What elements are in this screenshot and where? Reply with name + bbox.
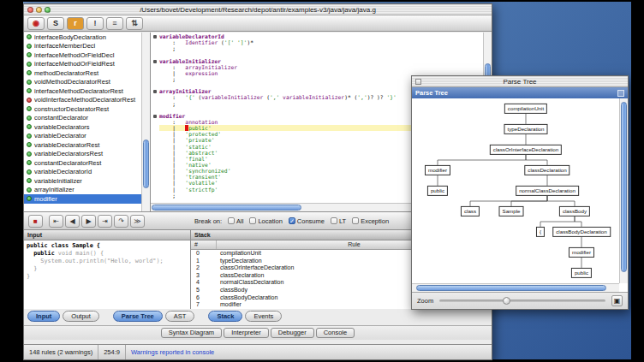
- code-text: : arrayInitializer: [159, 64, 483, 70]
- rule-ok-icon: [27, 34, 32, 39]
- window-controls: [27, 7, 51, 13]
- mode-tab-console[interactable]: Console: [316, 328, 355, 338]
- rule-list-item[interactable]: arrayInitializer: [24, 186, 141, 195]
- view-tab-ast[interactable]: AST: [165, 311, 195, 322]
- go-to-start-button[interactable]: ⇤: [49, 215, 63, 228]
- gutter-cell: [151, 180, 159, 186]
- scrollbar-thumb[interactable]: [416, 285, 607, 291]
- step-backward-button[interactable]: ◀: [65, 215, 80, 228]
- parse-tree-node[interactable]: public: [427, 186, 448, 196]
- code-token: modifier: [159, 113, 185, 119]
- rule-list-item[interactable]: constantDeclaratorRest: [24, 158, 141, 168]
- rule-list-item[interactable]: variableDeclaratorsRest: [24, 150, 141, 159]
- rule-list-item[interactable]: variableDeclaratorId: [24, 168, 141, 177]
- rule-list-item[interactable]: voidMethodDeclaratorRest: [24, 78, 141, 87]
- rule-list-item[interactable]: interfaceMemberDecl: [24, 42, 141, 51]
- minimize-button[interactable]: [36, 7, 42, 13]
- view-tab-input[interactable]: Input: [27, 311, 60, 322]
- parse-tree-node[interactable]: modifier: [425, 165, 450, 175]
- parse-tree-title-bar[interactable]: Parse Tree: [412, 76, 628, 87]
- parse-tree-node[interactable]: {: [536, 227, 545, 237]
- parse-tree-canvas[interactable]: compilationUnittypeDeclarationclassOrInt…: [412, 98, 619, 283]
- stack-index: 3: [191, 272, 217, 280]
- zoom-button[interactable]: [45, 7, 51, 13]
- main-title-bar[interactable]: /Users/bovet/Development/Research/depot/…: [24, 4, 492, 15]
- parse-tree-node[interactable]: compilationUnit: [504, 104, 547, 114]
- rule-list-item[interactable]: interfaceMethodDeclaratorRest: [24, 86, 141, 96]
- sort-rules-icon[interactable]: ⇅: [126, 17, 143, 30]
- rule-list-scrollbar[interactable]: [141, 33, 150, 211]
- view-tab-events[interactable]: Events: [245, 311, 282, 322]
- step-forward-button[interactable]: ▶: [81, 215, 96, 228]
- parse-tree-node[interactable]: normalClassDeclaration: [516, 186, 579, 196]
- parse-tree-node[interactable]: class: [461, 206, 480, 217]
- parse-tree-vertical-scrollbar[interactable]: [619, 98, 628, 283]
- rule-ok-icon: [27, 151, 32, 157]
- mode-tab-interpreter[interactable]: Interpreter: [224, 328, 269, 338]
- checkbox-unchecked-icon: [331, 217, 337, 224]
- rule-list-item[interactable]: constantDeclarator: [24, 114, 141, 123]
- close-button[interactable]: [27, 7, 33, 13]
- input-text[interactable]: public class Sample { public void main()…: [24, 240, 190, 309]
- scrollbar-thumb[interactable]: [621, 102, 627, 272]
- code-line[interactable]: : Identifier ('[' ']')*: [151, 39, 483, 45]
- code-line[interactable]: variableDeclaratorId: [151, 33, 483, 39]
- rule-name: variableDeclaratorId: [34, 168, 92, 175]
- code-line[interactable]: ;: [151, 45, 483, 51]
- break-checkbox-consume[interactable]: ✓Consume: [289, 217, 325, 225]
- break-checkbox-lt[interactable]: LT: [331, 217, 346, 225]
- syntax-diagram-icon[interactable]: S: [47, 17, 64, 30]
- rule-list-item[interactable]: variableInitializer: [24, 176, 141, 186]
- input-panel: Input public class Sample { public void …: [24, 230, 191, 309]
- parse-tree-horizontal-scrollbar[interactable]: [412, 283, 619, 292]
- rule-list-item[interactable]: voidInterfaceMethodDeclaratorRest: [24, 96, 141, 105]
- detach-icon[interactable]: [617, 90, 624, 97]
- rule-list-item[interactable]: constructorDeclaratorRest: [24, 104, 141, 114]
- rule-list-item[interactable]: interfaceMethodOrFieldRest: [24, 60, 141, 69]
- close-button[interactable]: [415, 79, 421, 85]
- parse-tree-node[interactable]: classOrInterfaceDeclaration: [490, 145, 562, 155]
- code-token: (: [218, 39, 224, 45]
- fast-forward-button[interactable]: ≫: [130, 215, 145, 228]
- stop-button[interactable]: ■: [28, 215, 43, 228]
- parse-tree-node[interactable]: classBodyDeclaration: [552, 227, 611, 237]
- edit-rule-icon[interactable]: r: [67, 17, 84, 30]
- scrollbar-thumb[interactable]: [152, 205, 301, 211]
- rule-list-item[interactable]: variableDeclarator: [24, 132, 141, 141]
- break-checkbox-exception[interactable]: Exception: [352, 217, 389, 225]
- rule-list-item[interactable]: methodDeclaratorRest: [24, 68, 141, 78]
- view-tab-output[interactable]: Output: [63, 311, 99, 322]
- scrollbar-thumb[interactable]: [143, 139, 149, 187]
- find-usage-icon[interactable]: ≡: [106, 17, 123, 30]
- parse-tree-node[interactable]: typeDeclaration: [504, 124, 548, 134]
- code-line[interactable]: [151, 51, 483, 57]
- parse-tree-node[interactable]: modifier: [569, 247, 594, 258]
- zoom-slider-thumb[interactable]: [503, 297, 510, 305]
- rule-list-item[interactable]: variableDeclaratorRest: [24, 140, 141, 150]
- code-line[interactable]: variableInitializer: [151, 58, 483, 64]
- zoom-slider[interactable]: [439, 300, 605, 302]
- code-line[interactable]: : arrayInitializer: [151, 64, 483, 70]
- break-checkbox-all[interactable]: All: [228, 217, 243, 225]
- break-checkbox-location[interactable]: Location: [249, 217, 282, 225]
- view-tab-stack[interactable]: Stack: [208, 311, 242, 322]
- code-token: variableInitializer: [159, 58, 221, 64]
- go-to-end-button[interactable]: ⇥: [98, 215, 112, 228]
- view-tab-parse-tree[interactable]: Parse Tree: [113, 311, 163, 322]
- ideas-icon[interactable]: !: [86, 17, 104, 30]
- mode-tab-syntax-diagram[interactable]: Syntax Diagram: [161, 328, 222, 338]
- parse-tree-node[interactable]: classBody: [559, 206, 590, 217]
- stack-column-number[interactable]: #: [191, 240, 217, 249]
- check-grammar-icon[interactable]: ◉: [27, 17, 45, 30]
- parse-tree-node[interactable]: Sample: [499, 206, 524, 217]
- parse-tree-node[interactable]: classDeclaration: [524, 165, 569, 175]
- rule-list-item[interactable]: interfaceBodyDeclaration: [24, 33, 141, 42]
- code-token: expression: [185, 70, 218, 76]
- step-over-button[interactable]: ↷: [114, 215, 128, 228]
- parse-tree-node[interactable]: public: [571, 268, 592, 278]
- export-image-button[interactable]: ▣: [611, 295, 623, 306]
- mode-tab-debugger[interactable]: Debugger: [271, 328, 314, 338]
- rule-list-item[interactable]: interfaceMethodOrFieldDecl: [24, 50, 141, 60]
- rule-list-item[interactable]: modifier: [24, 194, 141, 204]
- rule-list-item[interactable]: variableDeclarators: [24, 122, 141, 132]
